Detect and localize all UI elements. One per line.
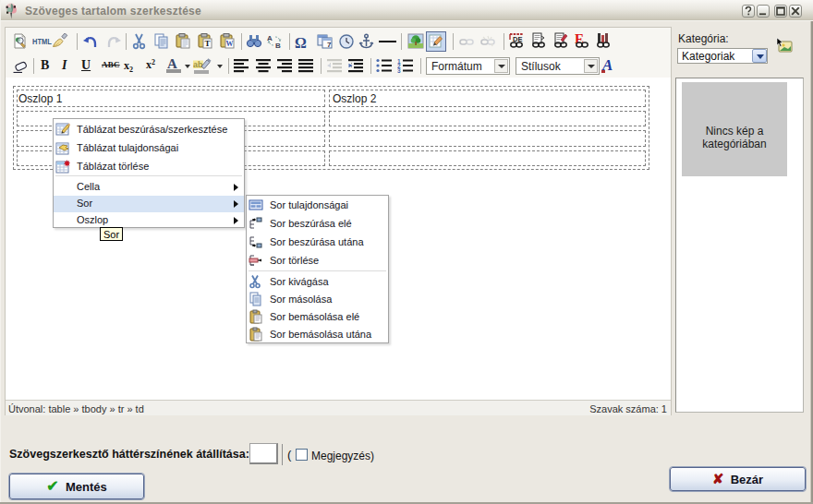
- svg-text:B: B: [275, 42, 281, 50]
- svg-text:T: T: [204, 39, 210, 48]
- svg-text:W: W: [226, 40, 234, 48]
- svg-text:A: A: [267, 34, 273, 42]
- svg-text:7: 7: [327, 41, 332, 49]
- svg-text:3: 3: [397, 67, 401, 73]
